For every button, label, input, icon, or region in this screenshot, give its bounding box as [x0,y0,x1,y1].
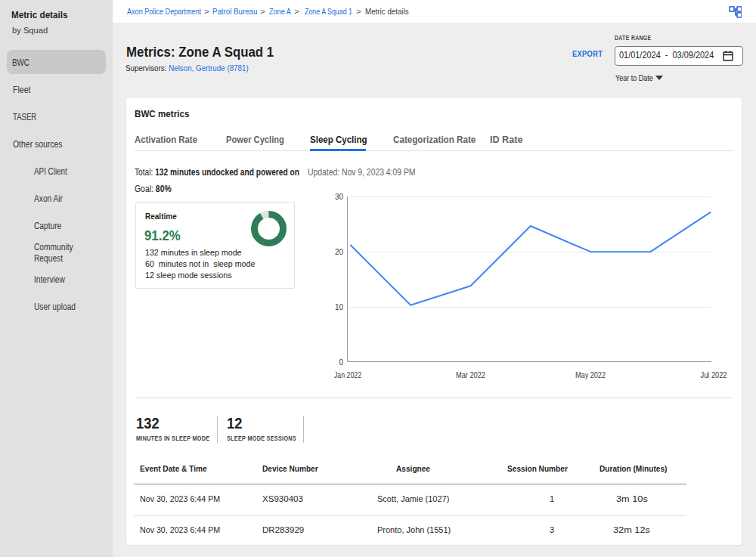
svg-text:Jan 2022: Jan 2022 [334,371,361,379]
svg-text:Jul 2022: Jul 2022 [701,371,727,379]
svg-text:0: 0 [339,358,343,367]
svg-text:20: 20 [335,248,344,256]
svg-text:May 2022: May 2022 [575,371,606,379]
svg-text:30: 30 [335,193,344,201]
svg-text:Mar 2022: Mar 2022 [456,371,485,379]
svg-text:10: 10 [335,303,344,311]
